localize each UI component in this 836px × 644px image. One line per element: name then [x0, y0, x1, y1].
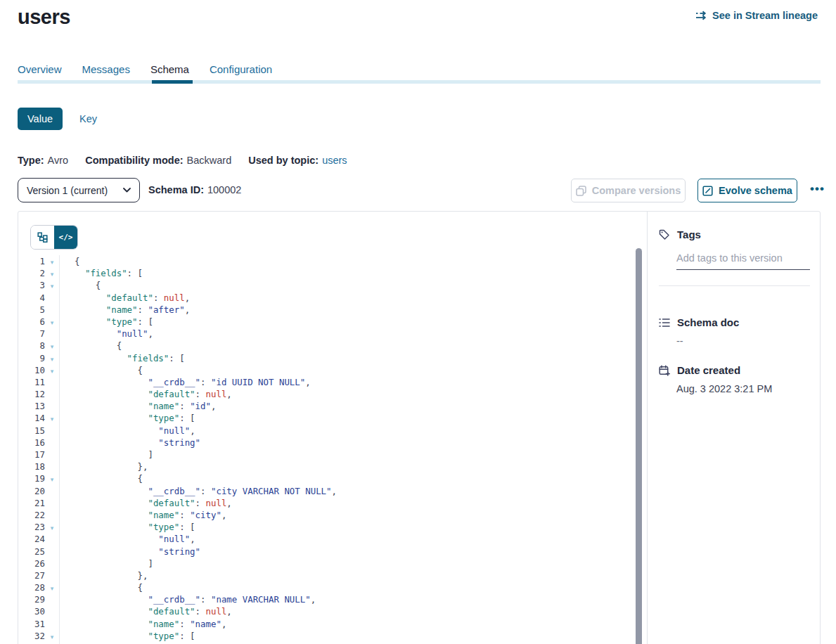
code-text: "name": "id",: [59, 400, 216, 412]
line-number: 6: [18, 316, 45, 328]
stream-lineage-link[interactable]: See in Stream lineage: [695, 10, 818, 21]
code-line: 21 "default": null,: [18, 497, 647, 509]
tab-underline: [18, 80, 821, 84]
code-line: 2▾ "fields": [: [18, 267, 647, 279]
code-text: "default": null,: [59, 388, 232, 400]
schema-panel: </> 1▾{2▾ "fields": [3▾ {4 "default": nu…: [18, 211, 821, 644]
code-line: 8▾ {: [18, 340, 647, 352]
line-number: 2: [18, 267, 45, 279]
code-line: 7 "null",: [18, 328, 647, 340]
code-editor[interactable]: 1▾{2▾ "fields": [3▾ {4 "default": null,5…: [18, 255, 647, 642]
code-line: 10▾ {: [18, 364, 647, 376]
code-line: 30 "default": null,: [18, 605, 647, 617]
fold-toggle-icon[interactable]: ▾: [45, 269, 59, 281]
code-line: 9▾ "fields": [: [18, 352, 647, 364]
schema-id: Schema ID: 100002: [148, 184, 241, 195]
used-by-topic-link[interactable]: users: [322, 155, 347, 166]
value-key-toggle: Value Key: [18, 108, 97, 130]
code-line: 25 "string": [18, 546, 647, 558]
code-text: "__crdb__": "city VARCHAR NOT NULL",: [59, 485, 337, 497]
tree-view-icon: [37, 232, 48, 243]
value-tab-button[interactable]: Value: [18, 108, 63, 130]
line-number: 27: [18, 569, 45, 581]
line-number: 14: [18, 412, 45, 424]
more-options-button[interactable]: •••: [806, 178, 829, 200]
tag-icon: [659, 229, 670, 240]
line-number: 24: [18, 533, 45, 545]
fold-toggle-icon[interactable]: ▾: [45, 413, 59, 425]
code-line: 13 "name": "id",: [18, 400, 647, 412]
code-line: 5 "name": "after",: [18, 304, 647, 316]
editor-scrollbar[interactable]: [636, 248, 642, 644]
fold-toggle-icon[interactable]: ▾: [45, 366, 59, 378]
key-tab-button[interactable]: Key: [79, 113, 97, 124]
tab-bar: Overview Messages Schema Configuration: [18, 63, 272, 78]
line-number: 25: [18, 546, 45, 558]
code-text: "null",: [59, 533, 195, 545]
schema-id-label: Schema ID:: [148, 184, 204, 195]
code-text: "__crdb__": "name VARCHAR NULL",: [59, 593, 316, 605]
code-text: "type": [: [59, 412, 195, 424]
add-tags-input[interactable]: [676, 248, 810, 270]
line-number: 32: [18, 630, 45, 642]
tab-configuration[interactable]: Configuration: [210, 63, 272, 78]
line-number: 19: [18, 472, 45, 484]
compare-versions-button[interactable]: Compare versions: [571, 179, 686, 202]
code-line: 18 },: [18, 461, 647, 472]
version-select[interactable]: Version 1 (current): [18, 178, 140, 202]
code-text: {: [59, 364, 143, 376]
code-view-button[interactable]: </>: [54, 226, 77, 249]
code-text: "name": "after",: [59, 304, 190, 316]
code-line: 26 ]: [18, 558, 647, 569]
evolve-schema-label: Evolve schema: [719, 185, 792, 196]
line-number: 22: [18, 509, 45, 521]
code-text: "default": null,: [59, 497, 232, 509]
type-value: Avro: [48, 155, 69, 166]
evolve-schema-button[interactable]: Evolve schema: [697, 179, 797, 202]
code-line: 20 "__crdb__": "city VARCHAR NOT NULL",: [18, 485, 647, 497]
code-line: 12 "default": null,: [18, 388, 647, 400]
date-created-section-header: Date created: [659, 364, 740, 376]
code-line: 17 ]: [18, 449, 647, 461]
line-number: 11: [18, 376, 45, 388]
fold-toggle-icon[interactable]: ▾: [45, 474, 59, 486]
fold-toggle-icon[interactable]: ▾: [45, 522, 59, 534]
code-line: 28▾ {: [18, 581, 647, 593]
code-text: "type": [: [59, 630, 195, 642]
code-text: "type": [: [59, 316, 153, 328]
tab-schema[interactable]: Schema: [150, 63, 189, 78]
fold-toggle-icon[interactable]: ▾: [45, 354, 59, 366]
code-line: 23▾ "type": [: [18, 521, 647, 533]
code-line: 14▾ "type": [: [18, 412, 647, 424]
code-text: ]: [59, 558, 153, 569]
fold-toggle-icon[interactable]: ▾: [45, 317, 59, 329]
code-line: 19▾ {: [18, 472, 647, 484]
code-text: "fields": [: [59, 267, 143, 279]
line-number: 30: [18, 605, 45, 617]
code-text: {: [59, 472, 143, 484]
code-text: "null",: [59, 425, 195, 437]
tab-overview[interactable]: Overview: [18, 63, 62, 78]
fold-toggle-icon[interactable]: ▾: [45, 341, 59, 353]
fold-toggle-icon[interactable]: ▾: [45, 631, 59, 643]
sidebar-divider: [659, 285, 810, 286]
page-title: users: [18, 6, 70, 29]
tree-view-button[interactable]: [31, 226, 54, 249]
schema-doc-value: --: [676, 335, 683, 347]
code-line: 6▾ "type": [: [18, 316, 647, 328]
code-text: "name": "name",: [59, 618, 226, 630]
schema-meta-row: Type: Avro Compatibility mode: Backward …: [18, 155, 347, 166]
fold-toggle-icon[interactable]: ▾: [45, 257, 59, 269]
code-line: 31 "name": "name",: [18, 618, 647, 630]
schema-doc-heading: Schema doc: [677, 316, 739, 328]
line-number: 17: [18, 449, 45, 461]
tab-messages[interactable]: Messages: [82, 63, 130, 78]
fold-toggle-icon[interactable]: ▾: [45, 281, 59, 292]
code-line: 24 "null",: [18, 533, 647, 545]
line-number: 15: [18, 425, 45, 437]
line-number: 3: [18, 279, 45, 291]
line-number: 7: [18, 328, 45, 340]
fold-toggle-icon[interactable]: ▾: [45, 583, 59, 595]
line-number: 18: [18, 461, 45, 472]
code-line: 16 "string": [18, 437, 647, 449]
